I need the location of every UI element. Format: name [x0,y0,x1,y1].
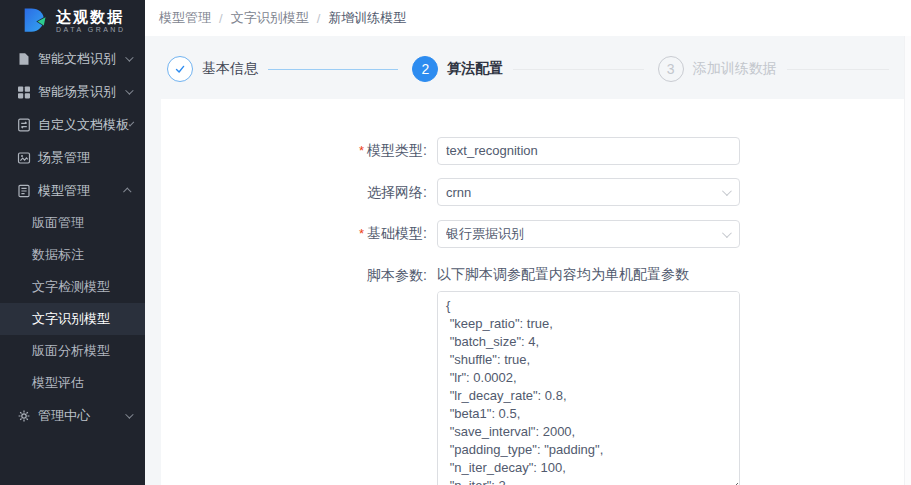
base-model-select-value: 银行票据识别 [446,225,524,243]
sidebar: 达观数据 DATA GRAND 智能文档识别 智能场景识别 自定义文档模板 场景… [0,0,145,485]
chevron-down-icon [125,53,133,61]
step-title: 基本信息 [202,60,258,78]
sidebar-subitem-model-evaluation[interactable]: 模型评估 [0,367,145,399]
required-mark: * [359,226,364,241]
step-number: 2 [412,56,438,82]
step-algorithm-config: 2 算法配置 [412,56,657,82]
template-icon [17,118,31,132]
step-connector [787,69,889,70]
sidebar-item-label: 智能场景识别 [38,83,116,101]
step-finished-circle [167,56,193,82]
sidebar-item-label: 场景管理 [38,149,90,167]
sidebar-item-label: 管理中心 [38,407,90,425]
scene-icon [17,151,31,165]
network-label: 选择网络: [161,178,437,206]
sidebar-subitem-text-detection-model[interactable]: 文字检测模型 [0,271,145,303]
sidebar-subitem-label: 模型评估 [32,374,84,392]
step-title: 算法配置 [447,60,503,78]
breadcrumb: 模型管理 / 文字识别模型 / 新增训练模型 [145,0,911,36]
base-model-label: *基础模型: [161,219,437,248]
sidebar-item-smart-scene-recognition[interactable]: 智能场景识别 [0,75,145,108]
form-row-script-params: 脚本参数: 以下脚本调参配置内容均为单机配置参数 { "keep_ratio":… [161,261,904,485]
base-model-select[interactable]: 银行票据识别 [437,220,740,248]
brand-logo-icon [18,6,48,36]
model-icon [17,184,31,198]
gear-icon [17,409,31,423]
script-params-column: 以下脚本调参配置内容均为单机配置参数 { "keep_ratio": true,… [437,261,740,485]
breadcrumb-separator: / [219,11,223,26]
form-card: *模型类型: 选择网络: crnn *基础模型: 银行票据识别 [161,99,904,485]
sidebar-item-label: 模型管理 [38,182,90,200]
breadcrumb-item-model-management[interactable]: 模型管理 [159,9,211,27]
chevron-down-icon [125,410,133,418]
form-row-network: 选择网络: crnn [161,178,904,206]
sidebar-subitem-label: 版面管理 [32,214,84,232]
sidebar-subitem-label: 文字识别模型 [32,310,110,328]
script-params-textarea[interactable]: { "keep_ratio": true, "batch_size": 4, "… [437,291,740,485]
sidebar-subitem-layout-analysis-model[interactable]: 版面分析模型 [0,335,145,367]
scrollbar[interactable] [904,36,911,485]
sidebar-subitem-layout-management[interactable]: 版面管理 [0,207,145,239]
chevron-down-icon [129,120,135,126]
step-basic-info: 基本信息 [167,56,412,82]
step-connector [513,69,643,70]
sidebar-item-admin-center[interactable]: 管理中心 [0,399,145,432]
check-icon [173,62,187,76]
main-area: 模型管理 / 文字识别模型 / 新增训练模型 基本信息 2 算法配置 3 添加训… [145,0,911,485]
app-root: { "brand": { "name": "达观数据", "subtitle":… [0,0,911,485]
sidebar-menu: 智能文档识别 智能场景识别 自定义文档模板 场景管理 模型管理 版面管理 数据标… [0,42,145,432]
sidebar-item-custom-doc-template[interactable]: 自定义文档模板 [0,108,145,141]
sidebar-item-label: 自定义文档模板 [38,116,129,134]
document-icon [17,52,31,66]
chevron-down-icon [722,186,732,196]
chevron-up-icon [123,187,131,195]
chevron-down-icon [722,228,732,238]
brand-text: 达观数据 DATA GRAND [56,8,125,34]
network-select[interactable]: crnn [437,178,740,206]
grid-icon [17,85,31,99]
step-title: 添加训练数据 [693,60,777,78]
step-connector [268,69,398,70]
network-select-value: crnn [446,185,471,200]
sidebar-item-label: 智能文档识别 [38,50,116,68]
sidebar-subitem-label: 文字检测模型 [32,278,110,296]
form-row-base-model: *基础模型: 银行票据识别 [161,219,904,248]
breadcrumb-item-text-recognition-model[interactable]: 文字识别模型 [231,9,309,27]
sidebar-item-scene-management[interactable]: 场景管理 [0,141,145,174]
chevron-down-icon [125,86,133,94]
model-type-label: *模型类型: [161,136,437,165]
required-mark: * [359,143,364,158]
sidebar-subitem-label: 数据标注 [32,246,84,264]
script-params-label: 脚本参数: [161,261,437,289]
brand-logo[interactable]: 达观数据 DATA GRAND [0,0,145,42]
model-type-input[interactable] [437,137,740,165]
breadcrumb-separator: / [317,11,321,26]
sidebar-item-model-management[interactable]: 模型管理 [0,174,145,207]
brand-subtitle: DATA GRAND [56,25,125,34]
sidebar-subitem-text-recognition-model[interactable]: 文字识别模型 [0,303,145,335]
step-number: 3 [658,56,684,82]
breadcrumb-item-new-training-model: 新增训练模型 [328,9,406,27]
form-row-model-type: *模型类型: [161,136,904,165]
sidebar-subitem-label: 版面分析模型 [32,342,110,360]
steps: 基本信息 2 算法配置 3 添加训练数据 [145,36,911,99]
sidebar-item-smart-doc-recognition[interactable]: 智能文档识别 [0,42,145,75]
step-add-training-data: 3 添加训练数据 [658,56,903,82]
sidebar-subitem-data-annotation[interactable]: 数据标注 [0,239,145,271]
brand-name: 达观数据 [56,8,125,25]
script-params-hint: 以下脚本调参配置内容均为单机配置参数 [437,264,740,284]
